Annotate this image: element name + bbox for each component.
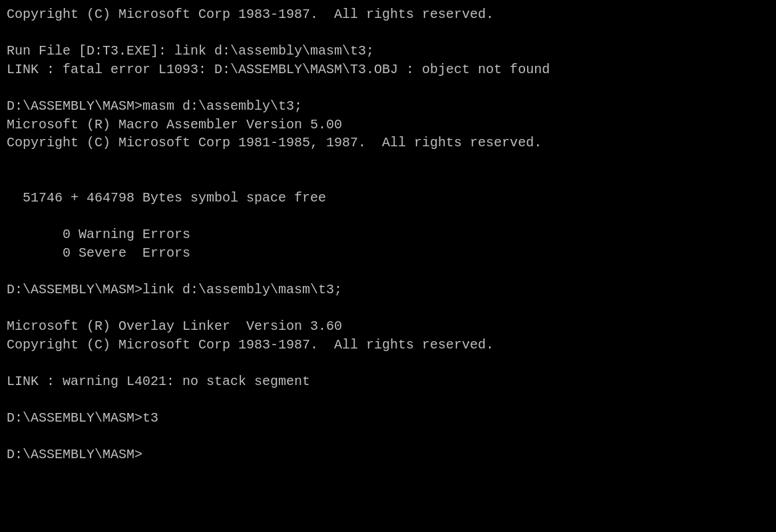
terminal-line-line14: D:\ASSEMBLY\MASM>t3 xyxy=(7,409,769,428)
terminal-line-line12: Copyright (C) Microsoft Corp 1983-1987. … xyxy=(7,336,769,354)
terminal-line-blank8 xyxy=(7,354,769,372)
terminal-line-line4: D:\ASSEMBLY\MASM>masm d:\assembly\t3; xyxy=(7,97,769,116)
terminal-line-blank6 xyxy=(7,262,769,281)
terminal-line-line1: Copyright (C) Microsoft Corp 1983-1987. … xyxy=(7,5,769,24)
terminal-line-line8: 0 Warning Errors xyxy=(7,225,769,244)
terminal-line-blank9 xyxy=(7,390,769,409)
terminal-line-line3: LINK : fatal error L1093: D:\ASSEMBLY\MA… xyxy=(7,61,769,79)
terminal-line-blank5 xyxy=(7,207,769,226)
terminal-line-line5: Microsoft (R) Macro Assembler Version 5.… xyxy=(7,116,769,134)
terminal-line-line9: 0 Severe Errors xyxy=(7,244,769,263)
terminal-line-line6: Copyright (C) Microsoft Corp 1981-1985, … xyxy=(7,134,769,152)
terminal-line-line2: Run File [D:T3.EXE]: link d:\assembly\ma… xyxy=(7,42,769,61)
terminal-line-line15: D:\ASSEMBLY\MASM> xyxy=(7,446,769,464)
terminal-line-blank2 xyxy=(7,78,769,97)
terminal-line-blank7 xyxy=(7,299,769,318)
terminal-line-blank1 xyxy=(7,24,769,43)
terminal-line-line13: LINK : warning L4021: no stack segment xyxy=(7,372,769,391)
terminal-line-line11: Microsoft (R) Overlay Linker Version 3.6… xyxy=(7,317,769,336)
terminal-line-blank4 xyxy=(7,170,769,189)
terminal-line-line7: 51746 + 464798 Bytes symbol space free xyxy=(7,189,769,207)
terminal-line-blank3 xyxy=(7,152,769,171)
terminal-line-line10: D:\ASSEMBLY\MASM>link d:\assembly\masm\t… xyxy=(7,281,769,299)
terminal-line-blank10 xyxy=(7,428,769,446)
terminal-screen: Copyright (C) Microsoft Corp 1983-1987. … xyxy=(7,5,769,464)
